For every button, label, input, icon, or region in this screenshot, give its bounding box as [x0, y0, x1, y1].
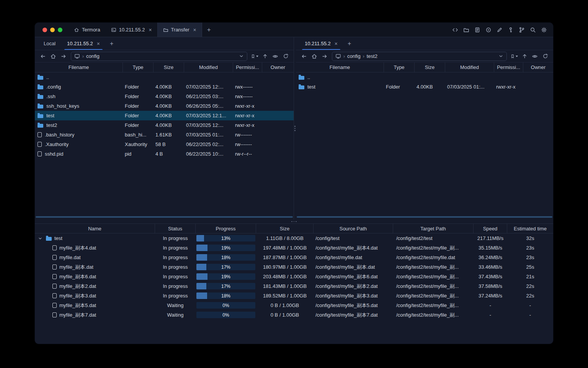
column-header-filename[interactable]: Filename [296, 62, 384, 72]
column-header-type[interactable]: Type [123, 62, 154, 72]
back-button[interactable] [299, 52, 309, 61]
column-header-name[interactable]: Name [35, 224, 155, 233]
file-row[interactable]: .ssh Folder 4.00KB 06/21/2025 03:... rwx… [35, 92, 294, 101]
file-row[interactable]: sshd.pid pid 4 B 06/22/2025 10:... rw-r-… [35, 149, 294, 159]
file-row[interactable]: test Folder 4.00KB 07/03/2025 12:1... rw… [35, 111, 294, 120]
forward-button[interactable] [59, 52, 69, 61]
column-header-source-path[interactable]: Source Path [314, 224, 393, 233]
transfer-source-path: /config/test/myfile_副本.dat [314, 262, 393, 272]
column-header-estimated-time[interactable]: Estimated time [507, 224, 553, 233]
file-name: .bash_history [45, 132, 74, 138]
transfer-row[interactable]: myfile_副本6.dat In progress 19% 203.48MB … [35, 272, 553, 281]
refresh-button[interactable] [540, 52, 550, 61]
settings-gear-icon[interactable] [539, 25, 549, 34]
column-header-modified[interactable]: Modified [445, 62, 494, 72]
path-breadcrumb[interactable]: › config [71, 52, 247, 61]
column-header-size[interactable]: Size [256, 224, 314, 233]
column-header-type[interactable]: Type [384, 62, 415, 72]
breadcrumb-segment[interactable]: config [347, 53, 361, 59]
column-header-target-path[interactable]: Target Path [393, 224, 474, 233]
horizontal-splitter[interactable] [35, 220, 553, 223]
column-header-owner[interactable]: Owner [262, 62, 294, 72]
show-hidden-files-eye-button[interactable] [530, 52, 540, 61]
folder-icon[interactable] [461, 25, 471, 34]
app-tab-session-10-211-55-2[interactable]: 10.211.55.2 × [106, 23, 157, 37]
transfer-row[interactable]: myfile_副本7.dat Waiting 0% 0 B / 1.00GB /… [35, 310, 553, 320]
file-table-header: Filename Type Size Modified Permissi... … [35, 62, 294, 72]
file-row[interactable]: .Xauthority Xauthority 58 B 06/22/2025 0… [35, 140, 294, 149]
bookmark-button[interactable] [250, 52, 260, 61]
new-tab-button[interactable]: + [202, 23, 216, 37]
transfer-status: In progress [155, 272, 196, 281]
new-panel-tab-button[interactable]: + [343, 37, 355, 50]
chevron-down-icon [256, 56, 258, 57]
up-directory-button[interactable] [260, 52, 270, 61]
close-tab-icon[interactable]: × [97, 41, 100, 46]
record-icon[interactable] [483, 25, 493, 34]
app-tab-termora[interactable]: Termora [69, 23, 106, 37]
close-tab-icon[interactable]: × [335, 41, 338, 46]
file-panes: Local 10.211.55.2 × + [35, 37, 553, 220]
transfer-row[interactable]: myfile_副本3.dat In progress 18% 189.52MB … [35, 291, 553, 301]
close-window-button[interactable] [42, 28, 47, 32]
column-header-status[interactable]: Status [155, 224, 196, 233]
bookmark-button[interactable] [509, 52, 519, 61]
column-header-owner[interactable]: Owner [523, 62, 553, 72]
file-row[interactable]: .bash_history bash_hi... 1.61KB 07/03/20… [35, 130, 294, 140]
path-breadcrumb[interactable]: › config › test2 [332, 52, 507, 61]
back-button[interactable] [38, 52, 48, 61]
home-button[interactable] [48, 52, 58, 61]
tab-local[interactable]: Local [38, 37, 61, 50]
file-row[interactable]: ssh_host_keys Folder 4.00KB 06/26/2025 0… [35, 101, 294, 111]
refresh-button[interactable] [281, 52, 291, 61]
column-header-size[interactable]: Size [415, 62, 445, 72]
chevron-down-icon[interactable] [239, 54, 244, 59]
event-log-icon[interactable] [472, 25, 482, 34]
search-icon[interactable] [528, 25, 537, 34]
new-panel-tab-button[interactable]: + [106, 37, 118, 50]
edit-icon[interactable] [495, 25, 504, 34]
close-tab-icon[interactable]: × [193, 27, 196, 33]
file-row[interactable]: test2 Folder 4.00KB 07/03/2025 12:... rw… [35, 120, 294, 130]
transfer-row[interactable]: myfile.dat In progress 18% 187.87MB / 1.… [35, 253, 553, 262]
file-row[interactable]: .. [35, 72, 294, 82]
tab-remote-session[interactable]: 10.211.55.2 × [61, 37, 106, 50]
tab-remote-session[interactable]: 10.211.55.2 × [299, 37, 343, 50]
column-header-filename[interactable]: Filename [35, 62, 123, 72]
home-button[interactable] [309, 52, 319, 61]
progress-bar: 0% [196, 312, 255, 318]
transfer-row[interactable]: myfile_副本2.dat In progress 17% 181.43MB … [35, 281, 553, 291]
close-tab-icon[interactable]: × [149, 27, 152, 33]
git-branch-icon[interactable] [517, 25, 526, 34]
breadcrumb-segment[interactable]: config [86, 53, 100, 59]
file-row[interactable]: .config Folder 4.00KB 07/02/2025 12:... … [35, 82, 294, 92]
folder-icon [163, 27, 168, 33]
transfer-row[interactable]: myfile_副本4.dat In progress 19% 197.48MB … [35, 243, 553, 253]
column-header-permissions[interactable]: Permissi... [494, 62, 523, 72]
key-icon[interactable] [506, 25, 515, 34]
app-tab-transfer[interactable]: Transfer × [157, 23, 202, 37]
file-type: Xauthority [123, 140, 154, 149]
column-header-speed[interactable]: Speed [474, 224, 507, 233]
zoom-window-button[interactable] [58, 28, 62, 32]
up-directory-button[interactable] [519, 52, 529, 61]
transfer-row[interactable]: myfile_副本5.dat Waiting 0% 0 B / 1.00GB /… [35, 301, 553, 310]
expander-chevron-icon[interactable] [37, 236, 43, 241]
file-row[interactable]: .. [296, 72, 553, 82]
file-permissions: rwxr-xr-x [494, 82, 523, 92]
transfer-row[interactable]: test In progress 13% 1.11GB / 8.00GB /co… [35, 233, 553, 243]
chevron-down-icon[interactable] [498, 54, 503, 59]
forward-button[interactable] [320, 52, 330, 61]
column-header-progress[interactable]: Progress [196, 224, 256, 233]
breadcrumb-segment[interactable]: test2 [367, 53, 377, 59]
column-header-modified[interactable]: Modified [184, 62, 233, 72]
horizontal-scrollbar[interactable] [36, 216, 293, 218]
file-row[interactable]: test Folder 4.00KB 07/03/2025 01:... rwx… [296, 82, 553, 92]
horizontal-scrollbar[interactable] [297, 216, 552, 218]
minimize-window-button[interactable] [50, 28, 55, 32]
show-hidden-files-eye-button[interactable] [270, 52, 280, 61]
column-header-permissions[interactable]: Permissi... [233, 62, 262, 72]
column-header-size[interactable]: Size [154, 62, 184, 72]
code-icon[interactable] [450, 25, 460, 34]
transfer-row[interactable]: myfile_副本.dat In progress 17% 180.97MB /… [35, 262, 553, 272]
